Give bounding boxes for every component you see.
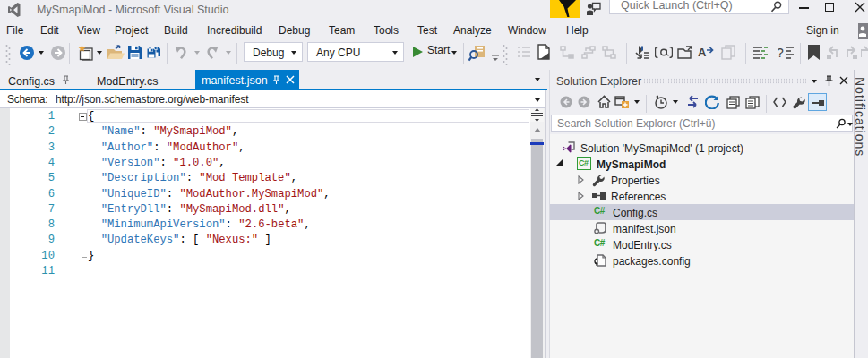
svg-text:?: ?	[778, 46, 784, 59]
svg-text:A: A	[698, 46, 707, 59]
